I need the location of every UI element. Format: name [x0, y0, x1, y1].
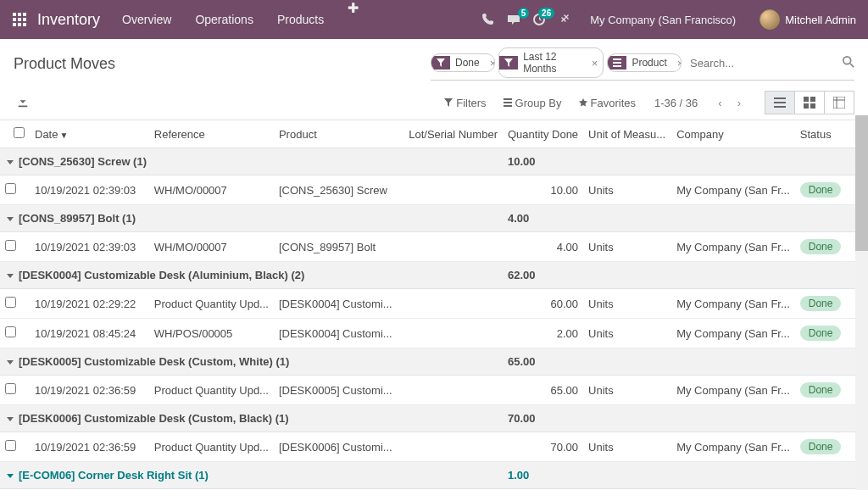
group-qty: 10.00 [503, 148, 583, 175]
svg-line-13 [850, 63, 854, 66]
group-qty: 70.00 [503, 405, 583, 432]
search-input[interactable] [685, 54, 837, 72]
page-title: Product Moves [14, 55, 115, 73]
remove-facet-icon[interactable]: × [672, 57, 682, 70]
status-badge: Done [800, 239, 842, 254]
app-title[interactable]: Inventory [32, 11, 110, 29]
svg-rect-11 [613, 65, 621, 67]
group-row[interactable]: [CONS_25630] Screw (1)10.00 [0, 148, 868, 175]
groupby-button[interactable]: Group By [498, 93, 567, 113]
pager-next-icon[interactable]: › [731, 93, 748, 113]
caret-down-icon [7, 160, 14, 164]
col-company[interactable]: Company [671, 120, 795, 148]
cell-qty: 10.00 [503, 175, 583, 205]
col-date[interactable]: Date▼ [30, 120, 149, 148]
svg-rect-14 [504, 98, 512, 100]
svg-rect-16 [504, 105, 512, 107]
remove-facet-icon[interactable]: × [587, 57, 604, 70]
phone-icon[interactable] [481, 13, 495, 26]
svg-rect-10 [613, 62, 621, 64]
filters-button[interactable]: Filters [439, 93, 491, 113]
search-icon[interactable] [843, 56, 854, 70]
cell-uom: Units [583, 175, 671, 205]
caret-down-icon [7, 217, 14, 221]
status-badge: Done [800, 296, 842, 311]
svg-rect-24 [833, 97, 845, 109]
cell-uom: Units [583, 319, 671, 348]
cell-ref: WH/MO/00007 [149, 232, 274, 262]
nav-operations[interactable]: Operations [183, 0, 264, 39]
table-row[interactable]: 10/19/2021 02:29:22Product Quantity Upd.… [0, 289, 868, 319]
row-checkbox[interactable] [5, 183, 16, 194]
debug-icon[interactable] [558, 13, 571, 26]
search-bar: Done × Last 12 Months × Product × [431, 47, 854, 81]
svg-rect-21 [810, 97, 815, 102]
cell-lot [403, 319, 503, 348]
caret-down-icon [7, 360, 14, 365]
pager-prev-icon[interactable]: ‹ [711, 93, 728, 113]
nav-products[interactable]: Products [265, 0, 336, 39]
facet-last12[interactable]: Last 12 Months × [498, 47, 604, 78]
facet-done[interactable]: Done × [431, 53, 495, 72]
table-row[interactable]: 10/19/2021 02:39:03WH/MO/00007[CONS_2563… [0, 175, 868, 205]
list-view-icon[interactable] [765, 91, 795, 114]
cell-company: My Company (San Fr... [671, 232, 795, 262]
cell-status: Done [795, 376, 847, 405]
messages-icon[interactable]: 5 [507, 13, 520, 26]
cell-date: 10/19/2021 02:29:22 [30, 289, 149, 319]
col-uom[interactable]: Unit of Measu... [583, 120, 671, 148]
pivot-view-icon[interactable] [825, 91, 854, 114]
cell-ref: WH/MO/00007 [149, 175, 274, 205]
table-row[interactable]: 10/19/2021 08:45:24WH/POS/00005[DESK0004… [0, 319, 868, 348]
row-checkbox[interactable] [5, 297, 16, 308]
row-checkbox[interactable] [5, 326, 16, 337]
activities-icon[interactable]: 26 [532, 13, 546, 26]
col-reference[interactable]: Reference [149, 120, 274, 148]
user-menu[interactable]: Mitchell Admin [754, 9, 856, 30]
group-row[interactable]: [DESK0006] Customizable Desk (Custom, Bl… [0, 405, 868, 432]
cell-status: Done [795, 289, 847, 319]
facet-product[interactable]: Product × [607, 53, 682, 72]
row-checkbox[interactable] [5, 383, 16, 394]
row-checkbox[interactable] [5, 440, 16, 451]
svg-rect-6 [13, 23, 16, 26]
kanban-view-icon[interactable] [795, 91, 825, 114]
group-label: [DESK0005] Customizable Desk (Custom, Wh… [19, 355, 289, 368]
group-qty: 4.00 [503, 205, 583, 232]
group-label: [DESK0006] Customizable Desk (Custom, Bl… [19, 412, 289, 425]
group-row[interactable]: [E-COM06] Corner Desk Right Sit (1)1.00 [0, 462, 868, 489]
cell-status: Done [795, 432, 847, 462]
table-row[interactable]: 10/19/2021 02:39:03WH/MO/00007[CONS_8995… [0, 232, 868, 262]
scrollbar-thumb[interactable] [855, 115, 868, 251]
col-product[interactable]: Product [274, 120, 403, 148]
table-row[interactable]: 10/19/2021 02:36:59Product Quantity Upd.… [0, 376, 868, 405]
apps-icon[interactable] [7, 7, 32, 32]
group-row[interactable]: [DESK0004] Customizable Desk (Aluminium,… [0, 262, 868, 289]
cell-ref: Product Quantity Upd... [149, 289, 274, 319]
favorites-button[interactable]: Favorites [574, 93, 641, 113]
nav-new-icon[interactable]: ✚ [336, 0, 370, 39]
group-row[interactable]: [CONS_89957] Bolt (1)4.00 [0, 205, 868, 232]
control-panel: Product Moves Done × Last 12 Months × Pr… [0, 39, 868, 120]
row-checkbox[interactable] [5, 240, 16, 251]
cell-qty: 2.00 [503, 319, 583, 348]
select-all-checkbox[interactable] [14, 127, 25, 138]
svg-rect-1 [18, 13, 21, 16]
pager[interactable]: 1-36 / 36 [648, 97, 704, 109]
cell-lot [403, 289, 503, 319]
cell-lot [403, 175, 503, 205]
col-lot[interactable]: Lot/Serial Number [403, 120, 503, 148]
export-button[interactable] [14, 92, 32, 114]
col-qty[interactable]: Quantity Done [503, 120, 583, 148]
remove-facet-icon[interactable]: × [485, 57, 495, 70]
nav-overview[interactable]: Overview [110, 0, 183, 39]
status-badge: Done [800, 326, 842, 341]
svg-rect-22 [804, 103, 809, 109]
group-row[interactable]: [DESK0005] Customizable Desk (Custom, Wh… [0, 348, 868, 376]
status-badge: Done [800, 182, 842, 198]
scrollbar[interactable] [855, 115, 868, 490]
group-qty: 1.00 [503, 462, 583, 489]
col-status[interactable]: Status [795, 120, 847, 148]
table-row[interactable]: 10/19/2021 02:36:59Product Quantity Upd.… [0, 432, 868, 462]
company-selector[interactable]: My Company (San Francisco) [583, 14, 743, 26]
